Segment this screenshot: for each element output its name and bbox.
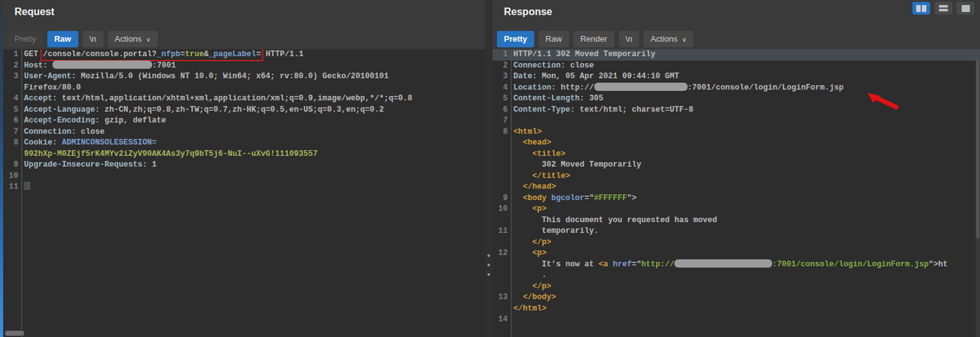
code-line: 13 </body> xyxy=(493,292,980,304)
response-header: Response PrettyRawRender\nActions∨ xyxy=(493,0,980,49)
annotation-highlight-box: /console/console.portal?_nfpb=true&_page… xyxy=(43,50,261,59)
code-line: 7 xyxy=(493,115,980,127)
code-token: ht xyxy=(938,260,948,269)
tab-pretty[interactable]: Pretty xyxy=(497,31,534,47)
tab-pretty[interactable]: Pretty xyxy=(8,31,43,47)
code-token: close xyxy=(81,127,105,136)
code-token: = xyxy=(181,50,186,59)
split-rows-button[interactable] xyxy=(935,2,952,15)
code-token: text/html,application/xhtml+xml,applicat… xyxy=(62,94,412,103)
line-number: 12 xyxy=(493,248,508,259)
layout-toggle-group xyxy=(912,2,974,15)
line-number: 2 xyxy=(3,61,18,72)
response-tab-bar: PrettyRawRender\nActions∨ xyxy=(497,31,693,47)
code-token: </body> xyxy=(513,293,556,302)
tab-raw[interactable]: Raw xyxy=(539,31,569,47)
split-columns-icon xyxy=(916,5,921,12)
line-number: 4 xyxy=(3,93,18,105)
request-editor[interactable]: 1GET /console/console.portal?_nfpb=true&… xyxy=(3,49,485,337)
code-line: 2Connection: close xyxy=(493,61,980,72)
code-token: & xyxy=(204,50,209,59)
tab-actions[interactable]: Actions∨ xyxy=(108,31,158,47)
tab-n[interactable]: \n xyxy=(83,31,104,47)
code-line: 5Accept-Language: zh-CN,zh;q=0.8,zh-TW;q… xyxy=(3,105,485,116)
code-token: <title> xyxy=(513,150,566,158)
code-token: <p> xyxy=(513,204,547,213)
code-token: close xyxy=(570,61,594,70)
response-editor[interactable]: 1HTTP/1.1 302 Moved Temporarily2Connecti… xyxy=(493,49,980,337)
line-number: 8 xyxy=(3,138,18,149)
code-token: User-Agent: xyxy=(24,72,81,81)
redaction-box xyxy=(674,259,772,268)
single-pane-icon xyxy=(962,5,970,12)
line-number: 14 xyxy=(493,314,508,326)
code-token: <body xyxy=(513,194,547,203)
code-token: bgcolor xyxy=(551,194,585,203)
code-line: 12 <p> xyxy=(493,248,980,259)
line-number: 6 xyxy=(493,105,508,116)
redaction-box xyxy=(52,61,152,69)
code-token: <head> xyxy=(513,138,551,147)
line-number: 9 xyxy=(493,193,508,204)
code-token: text/html; charset=UTF-8 xyxy=(580,105,693,114)
code-line: 8Cookie: ADMINCONSOLESESSION= xyxy=(3,138,485,149)
panel-divider xyxy=(485,0,493,337)
code-line: This document you requested has moved xyxy=(493,215,980,227)
code-line: It's now at <a href="http://:7001/consol… xyxy=(493,259,980,271)
tab-raw[interactable]: Raw xyxy=(47,31,78,47)
code-token: http:// xyxy=(561,83,594,92)
code-token: Host: xyxy=(24,61,52,70)
code-line: 6Content-Type: text/html; charset=UTF-8 xyxy=(493,105,980,116)
code-token: HTTP/1.1 302 Moved Temporarily xyxy=(513,50,655,59)
code-line: . xyxy=(493,270,980,281)
caret-line-marker xyxy=(24,182,30,190)
divider-drag-handle-icon[interactable] xyxy=(487,254,491,276)
code-token: ADMINCONSOLESESSION= xyxy=(62,138,157,147)
line-number: 11 xyxy=(493,226,508,237)
code-token: . xyxy=(513,271,547,280)
code-token: </html> xyxy=(513,304,547,313)
code-token: Accept-Encoding: xyxy=(24,116,105,125)
code-token: "> xyxy=(929,260,938,269)
code-token: </p> xyxy=(513,238,551,247)
code-line: 10 <p> xyxy=(493,204,980,215)
code-token: 1 xyxy=(152,160,157,169)
code-line: 302 Moved Temporarily xyxy=(493,160,980,171)
code-token: HTTP/1.1 xyxy=(261,50,304,59)
tab-actions[interactable]: Actions∨ xyxy=(643,31,693,47)
code-token: #FFFFFF xyxy=(594,194,628,203)
code-token: This document you requested has moved xyxy=(513,216,717,225)
split-columns-button[interactable] xyxy=(912,2,930,15)
line-number: 7 xyxy=(3,127,18,138)
code-line: 3Date: Mon, 05 Apr 2021 09:44:10 GMT xyxy=(493,71,980,83)
code-line: </title> xyxy=(493,171,980,182)
code-line: 2Host: :7001 xyxy=(3,61,485,72)
code-token: GET xyxy=(24,50,43,59)
code-line: 1GET /console/console.portal?_nfpb=true&… xyxy=(3,49,485,61)
code-line: </p> xyxy=(493,281,980,293)
code-token: =" xyxy=(585,194,594,203)
code-token: http:// xyxy=(642,260,675,269)
code-line: 9Upgrade-Insecure-Requests: 1 xyxy=(3,160,485,171)
code-token: :7001/console/login/LoginForm.jsp xyxy=(688,83,844,92)
single-pane-button[interactable] xyxy=(957,2,974,15)
code-token: </p> xyxy=(513,282,551,291)
code-token: Accept: xyxy=(24,94,62,103)
code-line: 8<html> xyxy=(493,127,980,138)
code-token: Mozilla/5.0 (Windows NT 10.0; Win64; x64… xyxy=(81,72,389,81)
code-line: </p> xyxy=(493,237,980,249)
code-line: </html> xyxy=(493,304,980,315)
code-token: _pageLabel xyxy=(209,50,256,59)
code-token: Date: xyxy=(513,72,542,81)
tab-n[interactable]: \n xyxy=(619,31,640,47)
code-token: <html> xyxy=(513,127,542,136)
code-token: = xyxy=(256,50,261,59)
tab-render[interactable]: Render xyxy=(573,31,614,47)
code-line: <title> xyxy=(493,149,980,160)
line-number: 3 xyxy=(493,71,508,83)
response-panel: Response PrettyRawRender\nActions∨ 1HTTP… xyxy=(493,0,980,337)
chevron-down-icon: ∨ xyxy=(146,36,150,43)
code-token: 992hXp-M0ZEjf5rK4MYv2iZyV90AK4As3y7q9bT5… xyxy=(24,150,318,158)
code-token: <p> xyxy=(513,249,547,257)
code-line: 5Content-Length: 305 xyxy=(493,93,980,105)
